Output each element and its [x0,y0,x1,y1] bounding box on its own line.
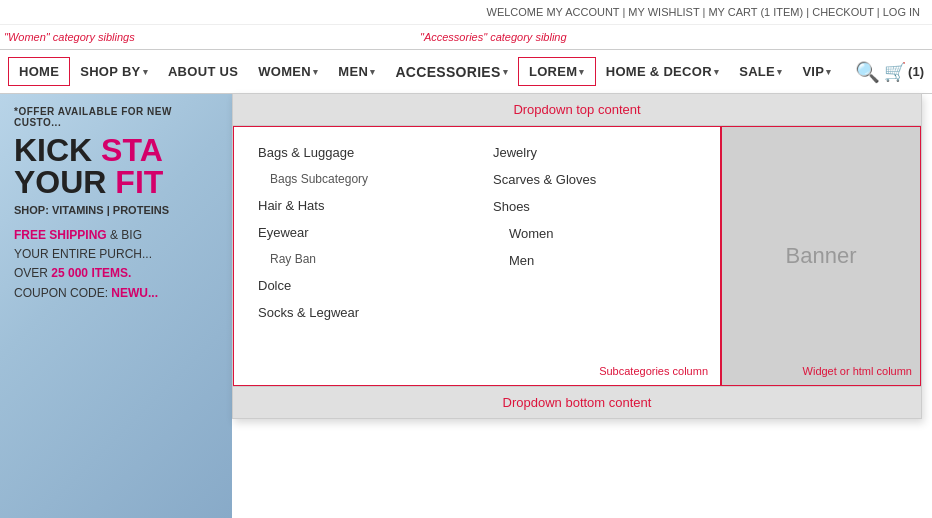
vip-chevron: ▾ [826,67,831,77]
category-columns: Bags & Luggage Bags Subcategory Hair & H… [242,139,712,326]
widget-label: Widget or html column [803,365,912,377]
nav-shop-by[interactable]: SHOP BY ▾ [70,54,158,89]
my-account-link[interactable]: MY ACCOUNT [546,6,619,18]
nav-accessories[interactable]: ACCESSORIES ▾ [385,54,518,90]
subcategories-label: Subcategories column [599,365,708,377]
kick-line-2: YOUR FIT [14,166,218,198]
dropdown-body: Bags & Luggage Bags Subcategory Hair & H… [233,126,921,386]
cat-scarves-gloves[interactable]: Scarves & Gloves [489,166,700,193]
nav-women[interactable]: WOMEN ▾ [248,54,328,89]
checkout-link[interactable]: CHECKOUT [812,6,874,18]
sale-chevron: ▾ [777,67,782,77]
cart-icon: 🛒 [884,61,906,83]
nav-right-actions: 🔍 🛒 (1) [855,60,924,84]
men-chevron: ▾ [370,67,375,77]
kick-line-1: KICK STA [14,134,218,166]
subcategories-panel: Bags & Luggage Bags Subcategory Hair & H… [233,126,721,386]
top-bar: WELCOME MY ACCOUNT | MY WISHLIST | MY CA… [0,0,932,25]
items-count: 25 000 ITEMS. [51,266,131,280]
accessories-annotation: "Accessories" category sibling [420,31,567,43]
coupon-code: NEWU... [111,286,158,300]
nav-about-us[interactable]: ABOUT US [158,54,248,89]
nav-vip[interactable]: VIP ▾ [792,54,841,89]
accessories-chevron: ▾ [503,67,508,77]
cat-women[interactable]: Women [489,220,700,247]
cat-dolce[interactable]: Dolce [254,272,465,299]
offer-text: *OFFER AVAILABLE FOR NEW CUSTO... [14,106,218,128]
hero-section: *OFFER AVAILABLE FOR NEW CUSTO... KICK S… [0,94,232,518]
my-cart-link[interactable]: MY CART (1 ITEM) [708,6,803,18]
main-nav: HOME SHOP BY ▾ ABOUT US WOMEN ▾ MEN ▾ AC… [0,49,932,94]
dropdown-bottom-content: Dropdown bottom content [233,386,921,418]
dropdown-top-content: Dropdown top content [233,94,921,126]
cat-bags-subcategory[interactable]: Bags Subcategory [254,166,465,192]
cat-ray-ban[interactable]: Ray Ban [254,246,465,272]
cat-men[interactable]: Men [489,247,700,274]
women-chevron: ▾ [313,67,318,77]
banner-panel: Banner Widget or html column [721,126,921,386]
nav-home-decor[interactable]: HOME & DECOR ▾ [596,54,729,89]
cat-eyewear[interactable]: Eyewear [254,219,465,246]
login-link[interactable]: LOG IN [883,6,920,18]
banner-text: Banner [786,243,857,269]
free-ship-text: FREE SHIPPING [14,228,107,242]
cart-button[interactable]: 🛒 (1) [884,61,924,83]
nav-sale[interactable]: SALE ▾ [729,54,792,89]
cat-col-1: Bags & Luggage Bags Subcategory Hair & H… [242,139,477,326]
cat-jewelry[interactable]: Jewelry [489,139,700,166]
lorem-chevron: ▾ [579,67,584,77]
cat-hair-hats[interactable]: Hair & Hats [254,192,465,219]
nav-lorem[interactable]: LOREM ▾ [518,57,596,86]
cat-shoes[interactable]: Shoes [489,193,700,220]
search-icon[interactable]: 🔍 [855,60,880,84]
shop-line: SHOP: VITAMINS | PROTEINS [14,204,218,216]
welcome-text: WELCOME [487,6,544,18]
shop-by-chevron: ▾ [143,67,148,77]
home-decor-chevron: ▾ [714,67,719,77]
free-ship-block: FREE SHIPPING & BIG YOUR ENTIRE PURCH...… [14,226,218,303]
nav-home[interactable]: HOME [8,57,70,86]
cat-bags-luggage[interactable]: Bags & Luggage [254,139,465,166]
cat-col-2: Jewelry Scarves & Gloves Shoes Women Men [477,139,712,326]
nav-men[interactable]: MEN ▾ [328,54,385,89]
my-wishlist-link[interactable]: MY WISHLIST [628,6,699,18]
cat-socks-legwear[interactable]: Socks & Legwear [254,299,465,326]
free-ship-line2: YOUR ENTIRE PURCH... [14,245,218,264]
women-annotation: "Women" category siblings [4,31,135,43]
accessories-dropdown: Dropdown top content Bags & Luggage Bags… [232,93,922,419]
